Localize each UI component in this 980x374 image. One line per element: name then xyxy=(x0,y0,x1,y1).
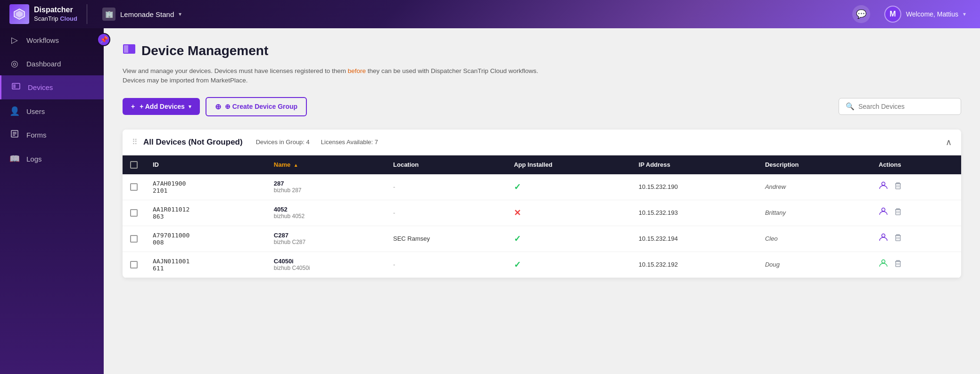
add-devices-chevron-icon: ▾ xyxy=(189,104,191,110)
svg-rect-23 xyxy=(896,261,900,267)
svg-rect-9 xyxy=(124,45,128,53)
create-device-group-button[interactable]: ⊕ ⊕ Create Device Group xyxy=(206,97,307,116)
device-actions xyxy=(871,200,961,226)
title-bar: Dispatcher ScanTrip Cloud 🏢 Lemonade Sta… xyxy=(0,0,980,28)
row-checkbox[interactable] xyxy=(130,261,138,268)
device-details-button[interactable] xyxy=(879,181,888,193)
page-title: Device Management xyxy=(141,43,268,58)
row-checkbox[interactable] xyxy=(130,183,138,191)
devices-icon xyxy=(11,82,21,93)
sidebar-item-label: Devices xyxy=(28,83,53,91)
sort-arrow-icon: ▲ xyxy=(294,163,298,168)
navigation-pane: 📌 ▷ Workflows ◎ Dashboard Devices 👤 User… xyxy=(0,28,104,374)
device-delete-button[interactable] xyxy=(894,259,902,270)
sidebar-item-logs[interactable]: 📖 Logs xyxy=(0,147,104,171)
user-welcome-text: Welcome, Mattius xyxy=(906,10,958,18)
device-ip: 10.15.232.192 xyxy=(631,252,758,277)
svg-rect-19 xyxy=(896,236,900,241)
device-details-button[interactable] xyxy=(879,207,888,219)
device-description: Doug xyxy=(758,252,871,277)
sidebar-item-dashboard[interactable]: ◎ Dashboard xyxy=(0,52,104,75)
header-right: 💬 M Welcome, Mattius ▾ xyxy=(852,3,971,25)
table-row: AA1R011012 863 4052 bizhub 4052 - ✕ 10.1… xyxy=(123,200,961,226)
svg-rect-3 xyxy=(13,84,16,88)
device-id: AA1R011012 863 xyxy=(145,200,266,226)
device-name: C287 bizhub C287 xyxy=(266,226,386,252)
th-ip-address: IP Address xyxy=(631,155,758,174)
device-delete-button[interactable] xyxy=(894,181,902,192)
pin-icon: 📌 xyxy=(100,36,108,43)
th-name[interactable]: Name ▲ xyxy=(266,155,386,174)
sidebar-item-label: Dashboard xyxy=(26,60,61,68)
svg-point-22 xyxy=(882,260,885,263)
user-menu[interactable]: M Welcome, Mattius ▾ xyxy=(880,3,971,25)
logs-icon: 📖 xyxy=(9,154,20,164)
device-location: SEC Ramsey xyxy=(386,226,506,252)
device-actions xyxy=(871,252,961,277)
device-details-button[interactable] xyxy=(879,259,888,270)
device-ip: 10.15.232.190 xyxy=(631,174,758,200)
th-app-installed: App Installed xyxy=(506,155,631,174)
th-checkbox xyxy=(123,155,145,174)
device-description: Brittany xyxy=(758,200,871,226)
devices-in-group: Devices in Group: 4 xyxy=(256,138,310,146)
row-checkbox-cell xyxy=(123,200,145,226)
device-name: 4052 bizhub 4052 xyxy=(266,200,386,226)
page-description: View and manage your devices. Devices mu… xyxy=(123,66,547,86)
toolbar: + + Add Devices ▾ ⊕ ⊕ Create Device Grou… xyxy=(123,97,961,116)
plus-icon: + xyxy=(131,103,135,110)
th-location: Location xyxy=(386,155,506,174)
sidebar-item-label: Users xyxy=(26,107,45,115)
page-header: Device Management xyxy=(123,42,961,59)
sidebar-item-label: Logs xyxy=(26,155,42,163)
search-input[interactable] xyxy=(858,103,954,110)
device-id: A797011000 008 xyxy=(145,226,266,252)
device-name: 287 bizhub 287 xyxy=(266,174,386,200)
sidebar-item-label: Forms xyxy=(26,131,47,139)
notifications-button[interactable]: 💬 xyxy=(852,5,870,23)
table-row: A797011000 008 C287 bizhub C287 SEC Rams… xyxy=(123,226,961,252)
th-id: ID xyxy=(145,155,266,174)
device-ip: 10.15.232.194 xyxy=(631,226,758,252)
user-avatar: M xyxy=(884,6,901,23)
header-checkbox[interactable] xyxy=(130,161,138,169)
sidebar-item-forms[interactable]: Forms xyxy=(0,123,104,147)
device-details-button[interactable] xyxy=(879,233,888,244)
row-checkbox-cell xyxy=(123,252,145,277)
drag-handle-icon[interactable]: ⠿ xyxy=(132,138,138,146)
expand-collapse-pane-button[interactable]: 📌 xyxy=(97,33,110,46)
device-app-installed: ✓ xyxy=(506,226,631,252)
sidebar-item-label: Workflows xyxy=(26,36,59,44)
row-checkbox-cell xyxy=(123,174,145,200)
device-app-installed: ✕ xyxy=(506,200,631,226)
device-location: - xyxy=(386,200,506,226)
add-devices-button[interactable]: + + Add Devices ▾ xyxy=(123,98,200,115)
svg-rect-15 xyxy=(896,210,900,215)
device-delete-button[interactable] xyxy=(894,207,902,218)
svg-point-18 xyxy=(882,234,885,237)
sidebar-item-users[interactable]: 👤 Users xyxy=(0,99,104,123)
search-field[interactable]: 🔍 xyxy=(839,98,961,115)
device-name: C4050i bizhub C4050i xyxy=(266,252,386,277)
svg-point-14 xyxy=(882,208,885,211)
device-delete-button[interactable] xyxy=(894,233,902,244)
sidebar-item-workflows[interactable]: ▷ Workflows xyxy=(0,28,104,52)
row-checkbox[interactable] xyxy=(130,235,138,243)
bell-icon: 💬 xyxy=(856,9,866,19)
expand-collapse-table-button[interactable]: ∧ xyxy=(946,137,952,147)
collapse-icon: ∧ xyxy=(946,138,952,147)
device-location: - xyxy=(386,174,506,200)
svg-point-10 xyxy=(882,182,885,186)
table-title: All Devices (Not Grouped) xyxy=(143,138,243,147)
search-icon: 🔍 xyxy=(846,102,855,111)
scantrip-logo-icon xyxy=(9,4,29,24)
sidebar-item-devices[interactable]: Devices xyxy=(0,75,104,99)
users-icon: 👤 xyxy=(9,106,20,116)
row-checkbox[interactable] xyxy=(130,209,138,217)
tenant-chevron-icon: ▾ xyxy=(179,11,181,17)
svg-rect-11 xyxy=(896,184,900,189)
tenant-selector[interactable]: 🏢 Lemonade Stand ▾ xyxy=(97,4,187,24)
device-app-installed: ✓ xyxy=(506,174,631,200)
table-row: AAJN011001 611 C4050i bizhub C4050i - ✓ … xyxy=(123,252,961,277)
devices-table: ID Name ▲ Location App Installed IP Addr… xyxy=(123,155,961,278)
